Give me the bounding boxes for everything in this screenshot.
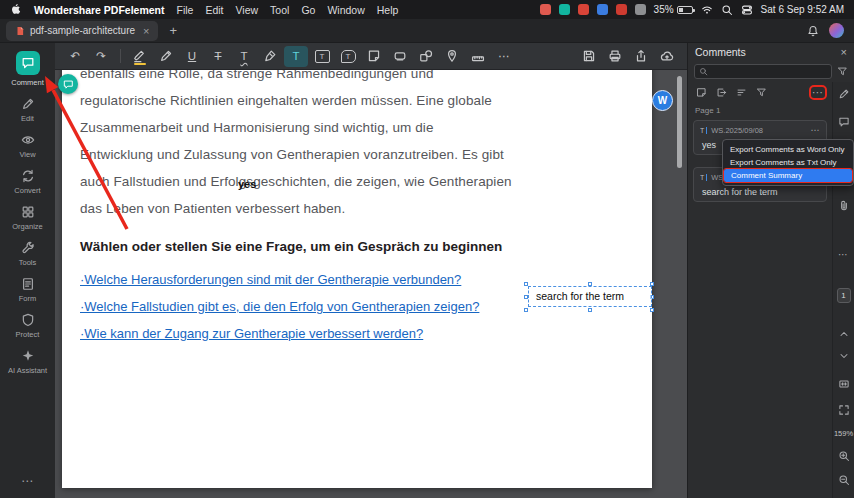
highlighter-tool[interactable] bbox=[128, 46, 152, 67]
comment-more-button[interactable]: ⋯ bbox=[811, 125, 821, 135]
redo-button[interactable]: ↷ bbox=[89, 46, 113, 67]
selected-text-annotation[interactable]: search for the term bbox=[528, 286, 652, 307]
undo-button[interactable]: ↶ bbox=[63, 46, 87, 67]
attachments-icon[interactable] bbox=[833, 200, 854, 212]
strip-more-button[interactable]: ⋯ bbox=[833, 251, 854, 259]
menubar-app-icon-red2[interactable] bbox=[578, 4, 589, 15]
next-page-button[interactable] bbox=[833, 350, 854, 362]
menubar-app-icon-blue[interactable] bbox=[597, 4, 608, 15]
document-area[interactable]: ebenfalls eine Rolle, da strenge Rahmenb… bbox=[55, 70, 687, 498]
pdf-document-icon bbox=[15, 26, 25, 36]
comments-more-button[interactable]: ⋯ bbox=[812, 88, 824, 97]
sidebar-item-view[interactable]: View bbox=[0, 128, 55, 164]
wifi-icon[interactable] bbox=[701, 4, 713, 16]
menu-window[interactable]: Window bbox=[327, 4, 364, 16]
floating-assistant-badge[interactable]: W bbox=[652, 90, 673, 111]
new-tab-button[interactable]: + bbox=[164, 23, 182, 38]
sidebar-item-comment[interactable]: Comment bbox=[0, 46, 55, 92]
underline-tool[interactable]: U bbox=[180, 46, 204, 67]
share-button[interactable] bbox=[629, 46, 653, 67]
menu-view[interactable]: View bbox=[236, 4, 259, 16]
filter-comments-button[interactable] bbox=[837, 63, 848, 81]
export-comments-icon[interactable] bbox=[716, 87, 727, 98]
spotlight-search-icon[interactable] bbox=[721, 4, 733, 16]
selection-handle[interactable] bbox=[650, 308, 654, 312]
sidebar-item-form[interactable]: Form bbox=[0, 272, 55, 308]
page-number-indicator[interactable]: 1 bbox=[833, 288, 854, 303]
main-area: Comment Edit View Convert Organize Tools bbox=[0, 43, 854, 498]
menubar-clock[interactable]: Sat 6 Sep 9:52 AM bbox=[761, 4, 844, 15]
annotate-pen-icon[interactable] bbox=[833, 88, 854, 100]
sidebar-item-ai-assistant[interactable]: AI Assistant bbox=[0, 344, 55, 380]
sidebar-more-button[interactable]: ⋯ bbox=[21, 468, 34, 498]
document-scrollbar[interactable] bbox=[677, 76, 682, 168]
comments-search-row bbox=[688, 61, 854, 82]
cloud-upload-button[interactable] bbox=[655, 46, 679, 67]
sort-comments-icon[interactable] bbox=[736, 87, 747, 98]
menubar-app-icon-red[interactable] bbox=[540, 4, 551, 15]
tab-close-icon[interactable]: × bbox=[143, 25, 149, 37]
pen-tool[interactable] bbox=[258, 46, 282, 67]
menu-edit[interactable]: Edit bbox=[205, 4, 223, 16]
shapes-tool[interactable] bbox=[414, 46, 438, 67]
menubar-app-icon-gray[interactable] bbox=[635, 4, 646, 15]
user-avatar[interactable] bbox=[829, 23, 844, 38]
menubar-app-icon-red3[interactable] bbox=[616, 4, 627, 15]
filter-icon[interactable] bbox=[756, 87, 767, 98]
close-panel-icon[interactable]: × bbox=[841, 46, 847, 58]
text-box-tool[interactable]: T bbox=[310, 46, 334, 67]
fit-width-button[interactable] bbox=[833, 378, 854, 390]
selection-handle[interactable] bbox=[524, 308, 528, 312]
text-annotation-yes[interactable]: yes bbox=[238, 178, 256, 190]
pdf-page[interactable]: ebenfalls eine Rolle, da strenge Rahmenb… bbox=[62, 70, 652, 488]
measure-tool[interactable] bbox=[466, 46, 490, 67]
sidebar-item-organize[interactable]: Organize bbox=[0, 200, 55, 236]
pencil-tool[interactable] bbox=[154, 46, 178, 67]
question-link[interactable]: ·Wie kann der Zugang zur Gentherapie ver… bbox=[80, 320, 632, 347]
notifications-bell-icon[interactable] bbox=[807, 25, 819, 37]
menu-item-export-txt[interactable]: Export Comments as Txt Only bbox=[723, 156, 853, 169]
sidebar-item-edit[interactable]: Edit bbox=[0, 92, 55, 128]
annotation-toolbar: ↶ ↷ U T T T T T ⋯ bbox=[55, 43, 687, 70]
control-center-icon[interactable] bbox=[741, 4, 753, 16]
print-button[interactable] bbox=[603, 46, 627, 67]
search-icon bbox=[699, 67, 708, 76]
menu-file[interactable]: File bbox=[177, 4, 194, 16]
left-sidebar: Comment Edit View Convert Organize Tools bbox=[0, 43, 55, 498]
zoom-out-button[interactable] bbox=[833, 474, 854, 486]
sidebar-item-protect[interactable]: Protect bbox=[0, 308, 55, 344]
menu-item-export-word[interactable]: Export Comments as Word Only bbox=[723, 143, 853, 156]
menu-go[interactable]: Go bbox=[301, 4, 315, 16]
quick-comment-bubble[interactable] bbox=[58, 74, 78, 94]
sidebar-item-convert[interactable]: Convert bbox=[0, 164, 55, 200]
highlighter-color-bar bbox=[134, 63, 146, 65]
selection-handle[interactable] bbox=[588, 308, 592, 312]
menu-help[interactable]: Help bbox=[377, 4, 399, 16]
strikethrough-tool[interactable]: T bbox=[206, 46, 230, 67]
text-comment-tool[interactable]: T bbox=[284, 46, 308, 67]
comments-panel-icon[interactable] bbox=[833, 116, 854, 128]
battery-indicator[interactable]: 35% bbox=[654, 4, 693, 15]
fullscreen-button[interactable] bbox=[833, 404, 854, 416]
menubar-app-icon-teal[interactable] bbox=[559, 4, 570, 15]
ai-sparkle-icon bbox=[21, 349, 35, 363]
previous-page-button[interactable] bbox=[833, 328, 854, 340]
squiggly-underline-tool[interactable]: T bbox=[232, 46, 256, 67]
pin-tool[interactable] bbox=[440, 46, 464, 67]
menubar-app-name[interactable]: Wondershare PDFelement bbox=[34, 4, 165, 16]
sticky-note-tool[interactable] bbox=[362, 46, 386, 67]
toolbar-more-button[interactable]: ⋯ bbox=[492, 46, 516, 67]
stamp-tool[interactable] bbox=[388, 46, 412, 67]
menu-item-comment-summary[interactable]: Comment Summary bbox=[724, 169, 852, 182]
comments-search-input[interactable] bbox=[694, 64, 832, 79]
menu-tool[interactable]: Tool bbox=[270, 4, 289, 16]
document-tab[interactable]: pdf-sample-architecture × bbox=[6, 21, 158, 41]
zoom-in-button[interactable] bbox=[833, 450, 854, 462]
sidebar-item-tools[interactable]: Tools bbox=[0, 236, 55, 272]
apple-menu[interactable] bbox=[10, 3, 22, 17]
add-note-icon[interactable] bbox=[696, 87, 707, 98]
callout-tool[interactable]: T bbox=[336, 46, 360, 67]
sidebar-label: Organize bbox=[12, 222, 42, 231]
save-button[interactable] bbox=[577, 46, 601, 67]
sidebar-label: Form bbox=[19, 294, 37, 303]
